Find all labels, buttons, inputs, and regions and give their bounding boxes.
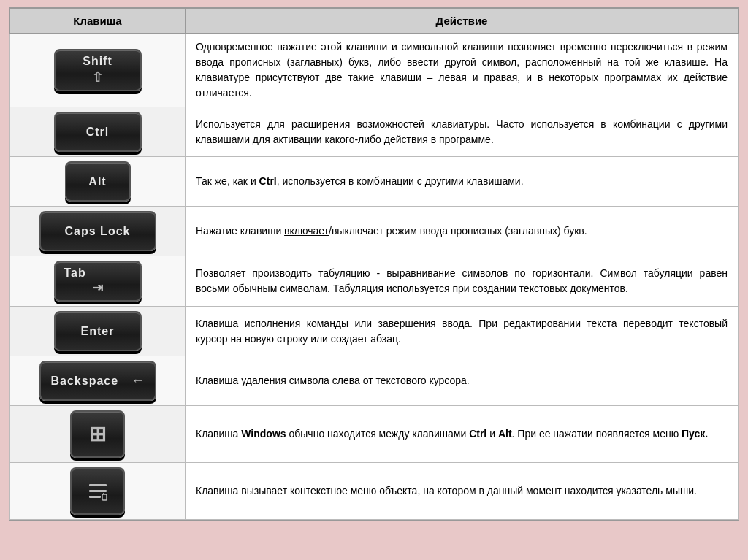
desc-enter: Клавиша исполнения команды или завершени… <box>186 307 739 356</box>
desc-backspace: Клавиша удаления символа слева от тексто… <box>186 356 739 406</box>
table-row: Backspace ← Клавиша удаления символа сле… <box>10 356 739 406</box>
key-label: Tab <box>64 266 86 280</box>
table-row: ⊞ Клавиша Windows обычно находится между… <box>10 406 739 463</box>
key-shift: Shift ⇧ <box>54 49 142 91</box>
key-label: Enter <box>81 325 115 338</box>
desc-alt: Так же, как и Ctrl, используется в комби… <box>186 157 739 207</box>
table-row: Ctrl Используется для расширения возможн… <box>10 107 739 157</box>
desc-windows: Клавиша Windows обычно находится между к… <box>186 406 739 463</box>
key-cell-enter: Enter <box>10 307 186 356</box>
svg-rect-0 <box>89 484 107 486</box>
table-row: Caps Lock Нажатие клавиши включает/выклю… <box>10 207 739 256</box>
key-cell-ctrl: Ctrl <box>10 107 186 157</box>
pusk-bold: Пуск. <box>682 428 708 440</box>
desc-menu: Клавиша вызывает контекстное меню объект… <box>186 463 739 520</box>
table-row: Enter Клавиша исполнения команды или зав… <box>10 307 739 356</box>
key-cell-shift: Shift ⇧ <box>10 34 186 107</box>
table-row: Клавиша вызывает контекстное меню объект… <box>10 463 739 520</box>
key-cell-tab: Tab ⇥ <box>10 256 186 307</box>
alt-ref-bold: Alt <box>498 428 512 440</box>
desc-tab: Позволяет производить табуляцию - выравн… <box>186 256 739 307</box>
key-label: Ctrl <box>86 126 110 139</box>
svg-rect-3 <box>102 494 107 500</box>
key-label: Caps Lock <box>65 225 131 238</box>
menu-key-icon <box>86 480 110 503</box>
key-cell-alt: Alt <box>10 157 186 207</box>
key-ctrl: Ctrl <box>54 112 142 152</box>
key-backspace: Backspace ← <box>39 361 156 401</box>
svg-rect-2 <box>89 496 101 498</box>
shift-icon: ⇧ <box>92 69 103 85</box>
key-capslock: Caps Lock <box>39 211 156 251</box>
ctrl-bold: Ctrl <box>259 175 277 187</box>
key-cell-backspace: Backspace ← <box>10 356 186 406</box>
key-cell-windows: ⊞ <box>10 406 186 463</box>
desc-ctrl: Используется для расширения возможностей… <box>186 107 739 157</box>
keyboard-table: Клавиша Действие Shift ⇧ Одновременное н… <box>9 7 739 521</box>
desc-shift: Одновременное нажатие этой клавиши и сим… <box>186 34 739 107</box>
desc-capslock: Нажатие клавиши включает/выключает режим… <box>186 207 739 256</box>
key-tab: Tab ⇥ <box>54 261 142 302</box>
key-menu <box>70 467 125 515</box>
underline-text: включает <box>284 225 329 237</box>
ctrl-ref-bold: Ctrl <box>469 428 486 440</box>
key-label: Alt <box>88 175 106 188</box>
table-row: Tab ⇥ Позволяет производить табуляцию - … <box>10 256 739 307</box>
key-label: Backspace <box>51 375 119 388</box>
key-label: Shift <box>83 55 112 68</box>
table-row: Alt Так же, как и Ctrl, используется в к… <box>10 157 739 207</box>
col-header-key: Клавиша <box>10 9 186 34</box>
key-windows: ⊞ <box>70 410 125 458</box>
col-header-action: Действие <box>186 9 739 34</box>
windows-logo-icon: ⊞ <box>89 422 106 446</box>
tab-arrows-icon: ⇥ <box>92 280 103 296</box>
key-cell-capslock: Caps Lock <box>10 207 186 256</box>
table-row: Shift ⇧ Одновременное нажатие этой клави… <box>10 34 739 107</box>
backspace-arrow-icon: ← <box>131 373 145 388</box>
key-cell-menu <box>10 463 186 520</box>
svg-rect-1 <box>89 490 107 492</box>
windows-bold: Windows <box>241 428 286 440</box>
key-enter: Enter <box>54 311 142 351</box>
key-alt: Alt <box>65 161 131 202</box>
